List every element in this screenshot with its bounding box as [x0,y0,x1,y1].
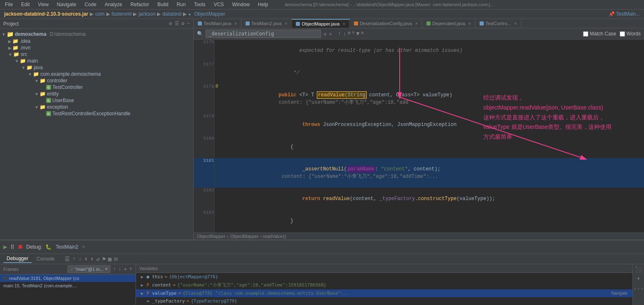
toolbar-columns-icon[interactable]: ⊟ [114,256,117,263]
breadcrumb-databind[interactable]: databind [162,11,181,17]
code-line-3180[interactable]: { [219,136,644,158]
search-next-icon[interactable]: ↓ [343,30,346,37]
match-case-label[interactable]: Match Case [583,31,616,37]
tree-java[interactable]: ▼ 📁 java [0,64,193,71]
frames-down-icon[interactable]: ↓ [118,266,121,272]
words-label[interactable]: Words [620,31,641,37]
code-line-3182[interactable]: return readValue(content, _typeFactory.c… [219,188,644,210]
var-item-typefactory[interactable]: ▶ ∞ _typeFactory = {TypeFactory@779} [136,297,632,305]
tree-root[interactable]: ▼ 📁 demoschema D:\demoschema [0,30,193,38]
toolbar-threads-icon[interactable]: ☰ [65,256,70,263]
java-arrow[interactable]: ▼ [21,65,26,70]
tab-testcontro[interactable]: TestContro... × [475,19,521,28]
code-line-3177[interactable]: */ [219,62,644,84]
words-checkbox[interactable] [620,31,625,37]
frames-up-icon[interactable]: ↑ [113,266,116,272]
tab-deserialization[interactable]: DeserializationConfig.java × [350,19,422,28]
tab-close-objectmapper[interactable]: × [343,22,345,26]
toolbar-reload-icon[interactable]: ↺ [96,256,99,263]
code-line-3178[interactable]: public <T> T readValue(String content, C… [219,84,644,114]
tree-exceptionhandler[interactable]: C TestRestControllerExceptionHandle [0,110,193,117]
pause-icon[interactable]: ⏸ [9,243,16,251]
menu-file[interactable]: File [3,1,14,8]
search-settings-icon[interactable]: ⚙ [361,30,364,37]
toolbar-up-icon[interactable]: ↑ [73,256,76,262]
search-clear-icon[interactable]: ↺ [323,31,326,37]
toolbar-download-icon[interactable]: ⬇ [84,256,88,263]
mvn-arrow[interactable]: ▶ [8,46,12,50]
controller-arrow[interactable]: ▼ [35,79,39,83]
menu-navigate[interactable]: Navigate [55,1,78,8]
tab-deprecated[interactable]: Deprecated.java × [422,19,475,28]
debug-tab-close[interactable]: × [82,245,85,249]
frames-add-icon[interactable]: + [129,266,132,272]
debug-tab-name[interactable]: TestMain2 [56,244,78,250]
package-arrow[interactable]: ▼ [28,72,32,77]
root-arrow[interactable]: ▼ [2,32,6,37]
sidebar-gear-icon[interactable]: ⚙ [182,21,185,27]
sidebar-collapse-icon[interactable]: ☰ [175,21,179,27]
tree-controller[interactable]: ▼ 📁 controller [0,77,193,84]
tab-objectmapper[interactable]: ObjectMapper.java × [292,19,350,28]
search-input[interactable] [206,30,321,38]
menu-view[interactable]: View [36,1,50,8]
tree-src[interactable]: ▼ 📁 src [0,51,193,58]
var-item-this[interactable]: ▶ ■ this = {ObjectMapper@776} [136,273,632,281]
resume-icon[interactable]: ▶ [3,243,7,251]
code-line-3184[interactable] [219,232,644,233]
search-close-icon[interactable]: ✕ [329,31,332,37]
breadcrumb-jackson[interactable]: jackson [138,11,155,17]
toolbar-upload-icon[interactable]: ⬆ [90,256,94,263]
var-expand-valuetype[interactable]: ▶ [141,291,143,296]
tree-main[interactable]: ▼ 📁 main [0,58,193,64]
tab-testmain2[interactable]: TestMain2.java × [241,19,292,28]
search-prev-icon[interactable]: ↑ [337,30,341,37]
var-expand-content[interactable]: ▶ [141,283,143,287]
sidebar-close-icon[interactable]: — [187,21,190,27]
code-line-3176[interactable]: expected for result-type (or has other m… [219,40,644,62]
menu-tools[interactable]: Tools [192,1,207,8]
menu-vcs[interactable]: VCS [212,1,226,8]
tree-exception[interactable]: ▼ 📁 exception [0,104,193,110]
right-icon-3[interactable]: ... [633,284,644,291]
breadcrumb-com[interactable]: com [95,11,105,17]
code-line-3181[interactable]: _assertNotNull(paramName: "content", con… [219,158,644,188]
code-area[interactable]: 3176 expected for result-type (or has ot… [194,40,644,233]
tab-close-deserialization[interactable]: × [415,21,418,26]
entity-arrow[interactable]: ▼ [35,92,39,96]
tree-entity[interactable]: ▼ 📁 entity [0,91,193,97]
toolbar-table-icon[interactable]: ▦ [108,256,111,263]
menu-edit[interactable]: Edit [19,1,31,8]
menu-run[interactable]: Run [175,1,187,8]
frames-filter-icon[interactable]: ▾ [124,266,127,272]
breadcrumb-class[interactable]: ObjectMapper [194,11,225,17]
menu-analyze[interactable]: Analyze [103,1,124,8]
right-icon-2[interactable]: + [637,275,640,282]
stop-icon[interactable]: ⏹ [17,244,23,250]
code-line-3183[interactable]: } [219,210,644,232]
tab-close-testmain[interactable]: × [234,21,237,26]
menu-refactor[interactable]: Refactor [129,1,151,8]
menu-window[interactable]: Window [230,1,251,8]
exception-arrow[interactable]: ▼ [35,105,39,109]
search-filter-icon[interactable]: ▼ [356,30,359,37]
code-line-3179[interactable]: throws JsonProcessingException, JsonMapp… [219,114,644,136]
var-item-valuetype[interactable]: ▶ P valueType = {Class@778} "class com.e… [136,289,632,297]
var-expand-this[interactable]: ▶ [141,275,143,279]
thread-selector[interactable]: ✓ "main"@1 in... ▼ [68,265,110,273]
footer-objectmapper[interactable]: ObjectMapper [197,234,225,239]
var-item-content[interactable]: ▶ P content = {"userName":"小李飞刀","age":1… [136,281,632,289]
search-multiline-icon[interactable]: ⊞ [348,30,350,37]
src-arrow[interactable]: ▼ [8,52,12,57]
main-arrow[interactable]: ▼ [15,59,19,63]
debug-tab-debugger[interactable]: Debugger [3,255,32,263]
footer-method[interactable]: ObjectMapper › readValue() [230,234,286,239]
tree-userbase[interactable]: C UserBase [0,97,193,104]
toolbar-flag-icon[interactable]: ⚑ [102,256,105,263]
sidebar-settings-icon[interactable]: ⚙ [169,21,172,27]
idea-arrow[interactable]: ▶ [8,39,12,44]
match-case-checkbox[interactable] [583,31,588,37]
breadcrumb-fasterxml[interactable]: fasterxml [112,11,132,17]
menu-help[interactable]: Help [256,1,270,8]
pin-button[interactable]: 📌 TestMain... [609,11,640,17]
